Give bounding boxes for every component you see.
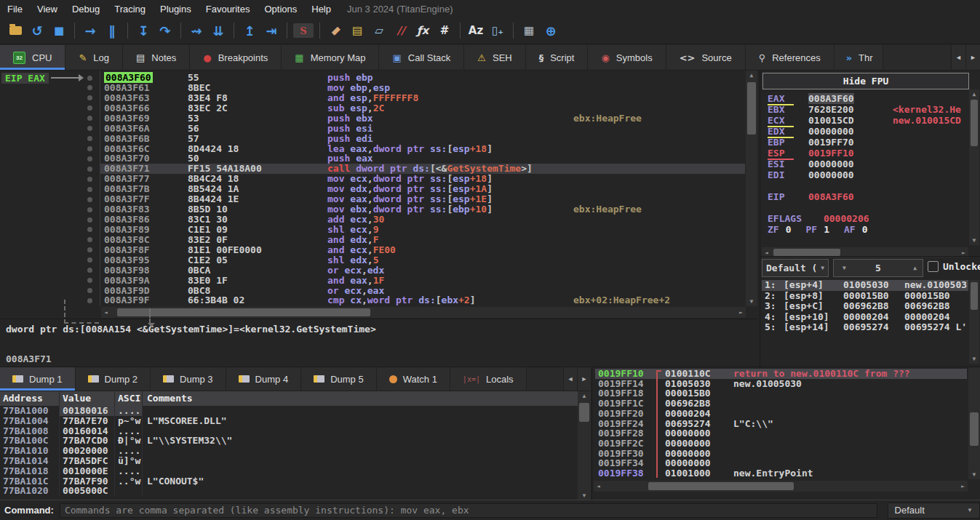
scroll-left-icon[interactable]: ◄: [594, 481, 603, 492]
argument-count-spinner[interactable]: ▼ 5 ▲: [833, 259, 923, 277]
stack-row[interactable]: 0019FF3000000000: [595, 449, 967, 459]
registers-hscroll-thumb[interactable]: [773, 249, 840, 256]
disasm-hscroll-thumb[interactable]: [117, 308, 370, 316]
restart-icon[interactable]: ↺: [28, 21, 47, 40]
disasm-row[interactable]: 008A3F980BCAor ecx,edx: [0, 265, 745, 276]
settings-profile-select[interactable]: Default ▼: [888, 503, 980, 519]
modules-icon[interactable]: ▯₊: [488, 21, 507, 40]
scroll-up-icon[interactable]: ▲: [578, 391, 591, 401]
scroll-up-icon[interactable]: ▲: [969, 89, 979, 99]
stack-row[interactable]: 0019FF18000015B0: [595, 388, 967, 399]
breakpoint-dot[interactable]: [87, 207, 92, 212]
disasm-vertical-scrollbar[interactable]: ▲ ▼: [746, 71, 757, 306]
tab-scroll-left[interactable]: ◄: [951, 45, 965, 70]
tab-dump-1[interactable]: Dump 1: [0, 367, 76, 391]
disasm-row[interactable]: 008A3F6C8D4424 18lea eax,dword ptr ss:[e…: [0, 144, 745, 154]
disasm-row[interactable]: 008A3F618BECmov ebp,esp: [0, 83, 745, 93]
disasm-row[interactable]: 008A3F95C1E2 05shl edx,5: [0, 255, 745, 265]
dump-vertical-scrollbar[interactable]: ▲ ▼: [578, 391, 591, 500]
scroll-down-icon[interactable]: ▼: [746, 297, 757, 306]
argument-row[interactable]: 3:[esp+C]006962B8006962B8: [762, 301, 968, 312]
breakpoint-dot[interactable]: [87, 126, 92, 131]
menu-options[interactable]: Options: [257, 4, 304, 15]
disasm-row[interactable]: 008A3F778B4C24 18mov ecx,dword ptr ss:[e…: [0, 174, 745, 184]
dump-tab-scroll-right[interactable]: ►: [577, 367, 591, 391]
scroll-down-icon[interactable]: ▼: [969, 236, 979, 245]
dump-row[interactable]: 77BA10200005000C: [0, 486, 578, 496]
tab-log[interactable]: ✎Log: [65, 45, 123, 70]
breakpoint-dot[interactable]: [87, 105, 92, 111]
bookmark-icon[interactable]: //: [391, 21, 410, 40]
breakpoint-dot[interactable]: [87, 85, 92, 90]
breakpoint-dot[interactable]: [87, 136, 92, 141]
breakpoint-dot[interactable]: [87, 76, 92, 81]
disasm-row[interactable]: 008A3F6683EC 2Csub esp,2C: [0, 103, 745, 113]
calculator-icon[interactable]: ▦: [519, 21, 538, 40]
breakpoint-dot[interactable]: [87, 237, 92, 242]
scroll-down-icon[interactable]: ▼: [969, 354, 979, 364]
dump-vscroll-thumb[interactable]: [579, 403, 589, 422]
register-row[interactable]: ESP0019FF10: [768, 148, 967, 159]
register-row[interactable]: ESI00000000: [768, 159, 967, 169]
disasm-row[interactable]: 008A3F6383E4 F8and esp,FFFFFFF8: [0, 93, 745, 103]
spin-down-icon[interactable]: ▼: [842, 265, 846, 271]
argument-row[interactable]: 1:[esp+4]01005030new.0100503(: [762, 280, 968, 291]
ordinal-icon[interactable]: #: [435, 21, 454, 40]
tab-references[interactable]: ⚲References: [746, 45, 834, 70]
tab-script[interactable]: §Script: [526, 45, 589, 70]
breakpoint-dot[interactable]: [87, 197, 92, 202]
run-to-user-code-icon[interactable]: ⇥: [262, 21, 281, 40]
scroll-left-icon[interactable]: ◄: [101, 307, 111, 318]
tab-dump-3[interactable]: Dump 3: [151, 367, 226, 391]
disasm-vscroll-thumb[interactable]: [747, 82, 756, 135]
breakpoint-dot[interactable]: [87, 116, 92, 121]
dump-row[interactable]: 77BA100C77BA7CD0Ð|°wL"\\SYSTEM32\\": [0, 436, 578, 446]
stack-row[interactable]: 0019FF2400695274L"C:\\": [595, 419, 967, 429]
function-icon[interactable]: ƒx: [413, 21, 432, 40]
stack-row[interactable]: 0019FF1C006962B8: [595, 399, 967, 409]
disasm-row[interactable]: 008A3F6953push ebxebx:HeapFree: [0, 113, 745, 124]
stack-row[interactable]: 0019FF1401005030new.01005030: [595, 379, 967, 389]
column-header-comments[interactable]: Comments: [143, 391, 578, 406]
stack-row[interactable]: 0019FF3801001000new.EntryPoint: [595, 468, 967, 479]
menu-debug[interactable]: Debug: [65, 4, 107, 15]
menu-favourites[interactable]: Favourites: [199, 4, 258, 15]
tab-locals[interactable]: |x=|Locals: [450, 367, 527, 391]
disasm-row[interactable]: 008A3F8F81E1 00FE0000and ecx,FE00: [0, 245, 745, 255]
register-row[interactable]: EBX7628E200<kernel32.He: [768, 104, 967, 115]
dump-row[interactable]: 77BA100800160014....: [0, 426, 578, 436]
disasm-row[interactable]: 008A3F838B5D 10mov ebx,dword ptr ss:[ebp…: [0, 204, 745, 215]
tab-source[interactable]: <>Source: [666, 45, 746, 70]
dump-row[interactable]: 77BA101000020000....: [0, 446, 578, 456]
register-row[interactable]: ECX010015CDnew.010015CD: [768, 115, 967, 126]
disasm-row[interactable]: 008A3F89C1E1 09shl ecx,9: [0, 225, 745, 235]
command-input[interactable]: [60, 503, 877, 518]
stack-row[interactable]: 0019FF2000000204: [595, 409, 967, 419]
execute-till-return-icon[interactable]: ↥: [240, 21, 259, 40]
source-step-icon[interactable]: S: [293, 23, 314, 38]
breakpoint-dot[interactable]: [87, 95, 92, 100]
scroll-down-icon[interactable]: ▼: [968, 470, 980, 479]
checkbox-icon[interactable]: [928, 261, 939, 272]
pause-icon[interactable]: ∥: [103, 21, 121, 40]
stack-horizontal-scrollbar[interactable]: ◄ ►: [594, 481, 968, 492]
disasm-row[interactable]: 008A3F7F8B4424 1Emov eax,dword ptr ss:[e…: [0, 194, 745, 204]
breakpoint-dot[interactable]: [87, 217, 92, 223]
animate-into-icon[interactable]: ⇝: [187, 21, 206, 40]
register-row[interactable]: EAX008A3F60: [768, 93, 967, 104]
breakpoint-dot[interactable]: [87, 268, 92, 273]
argument-row[interactable]: 2:[esp+8]000015B0000015B0: [762, 291, 968, 302]
register-row[interactable]: EFLAGS00000206: [768, 213, 967, 224]
disasm-row[interactable]: 008A3F9A83E0 1Fand eax,1F: [0, 276, 745, 286]
menu-plugins[interactable]: Plugins: [153, 4, 199, 15]
text-encoding-icon[interactable]: Az: [466, 21, 485, 40]
argument-row[interactable]: 4:[esp+10]0000020400000204: [762, 312, 968, 323]
disasm-horizontal-scrollbar[interactable]: ◄ ►: [101, 307, 746, 318]
tab-symbols[interactable]: ◉Symbols: [588, 45, 666, 70]
run-icon[interactable]: →: [81, 21, 100, 40]
step-into-icon[interactable]: ↧: [134, 21, 153, 40]
animate-over-icon[interactable]: ⇊: [209, 21, 228, 40]
tab-dump-5[interactable]: Dump 5: [301, 367, 377, 391]
hide-fpu-button[interactable]: Hide FPU: [762, 73, 969, 89]
argument-row[interactable]: 5:[esp+14]0069527400695274 L': [762, 322, 968, 333]
